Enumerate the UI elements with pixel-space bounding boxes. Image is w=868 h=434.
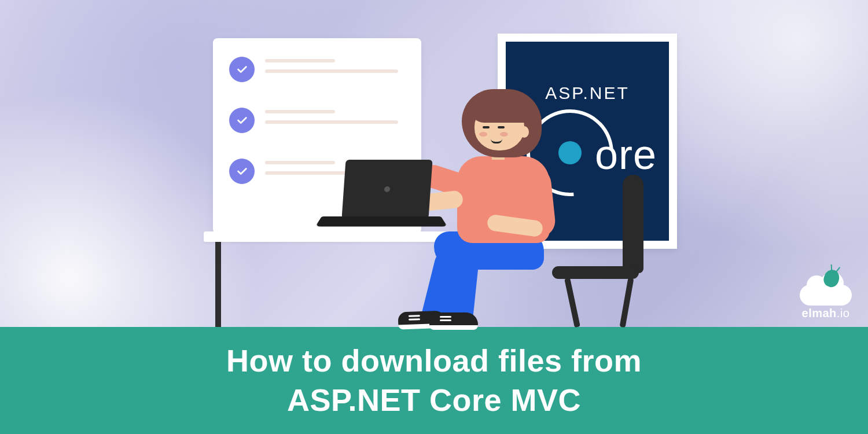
title-line-2: ASP.NET Core MVC xyxy=(287,382,581,417)
title-bar: How to download files from ASP.NET Core … xyxy=(0,327,868,434)
check-icon xyxy=(229,159,255,184)
elmah-io-logo: elmah.io xyxy=(800,275,852,320)
placeholder-lines xyxy=(265,57,405,73)
checklist-item xyxy=(229,57,405,82)
checklist-item xyxy=(229,108,405,133)
title-line-1: How to download files from xyxy=(226,343,642,378)
hero-illustration: ASP.NET ore xyxy=(0,0,868,327)
laptop-graphic xyxy=(322,160,441,234)
page-title: How to download files from ASP.NET Core … xyxy=(226,341,642,420)
check-icon xyxy=(229,108,255,133)
logo-text-main: elmah xyxy=(802,307,837,319)
check-icon xyxy=(229,57,255,82)
poster-core-suffix: ore xyxy=(595,131,657,178)
desk-leg xyxy=(215,242,221,327)
logo-text-suffix: .io xyxy=(837,307,850,319)
cloud-bug-icon xyxy=(800,275,852,306)
placeholder-lines xyxy=(265,108,405,124)
